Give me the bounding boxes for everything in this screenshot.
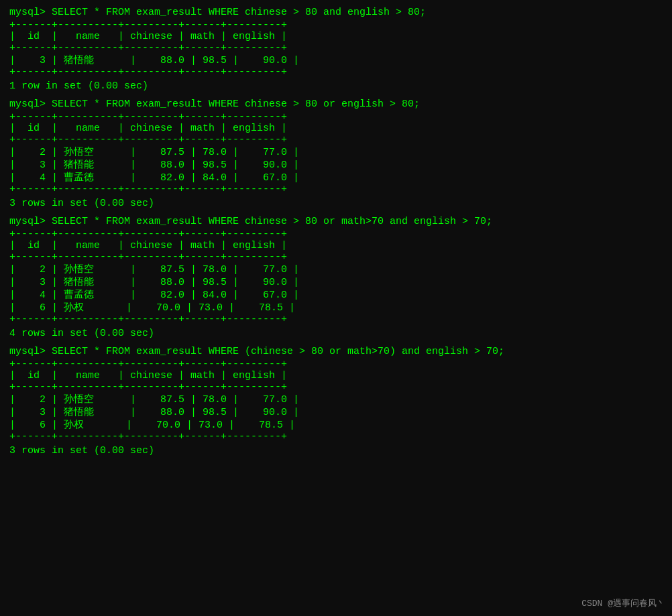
section-3: mysql> SELECT * FROM exam_result WHERE (… [9,346,663,456]
prompt-0: mysql> SELECT * FROM exam_result WHERE c… [9,7,663,18]
prompt-3: mysql> SELECT * FROM exam_result WHERE (… [9,346,663,357]
section-2: mysql> SELECT * FROM exam_result WHERE c… [9,216,663,339]
table-block-2: +------+----------+---------+------+----… [9,229,663,325]
table-block-0: +------+----------+---------+------+----… [9,19,663,78]
rowcount-2: 4 rows in set (0.00 sec) [9,328,663,339]
table-block-1: +------+----------+---------+------+----… [9,111,663,195]
rowcount-1: 3 rows in set (0.00 sec) [9,198,663,209]
prompt-2: mysql> SELECT * FROM exam_result WHERE c… [9,216,663,227]
rowcount-0: 1 row in set (0.00 sec) [9,80,663,92]
section-0: mysql> SELECT * FROM exam_result WHERE c… [9,7,663,92]
table-block-3: +------+----------+---------+------+----… [9,359,663,442]
watermark: CSDN @遇事问春风丶 [581,597,665,609]
rowcount-3: 3 rows in set (0.00 sec) [9,445,663,456]
prompt-1: mysql> SELECT * FROM exam_result WHERE c… [9,99,663,110]
section-1: mysql> SELECT * FROM exam_result WHERE c… [9,99,663,209]
